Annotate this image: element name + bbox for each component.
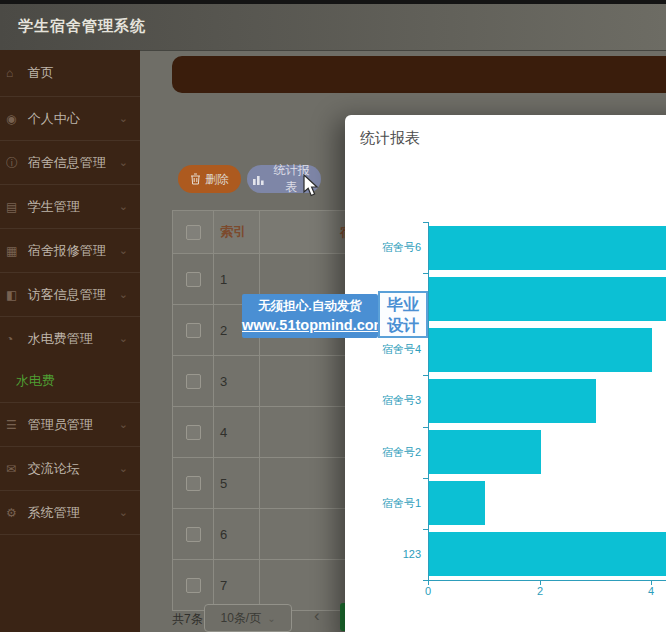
sidebar-item-admins[interactable]: ☰ 管理员管理 ⌄ [0,403,140,447]
row-index: 3 [214,356,260,406]
chart-bar[interactable] [429,481,485,525]
row-checkbox[interactable] [186,578,201,593]
row-checkbox[interactable] [186,374,201,389]
sidebar-item-label: 首页 [28,65,54,80]
sidebar-item-home[interactable]: ⌂ 首页 [0,50,140,97]
chart-row: 宿舍号2 [345,427,666,478]
sidebar-item-label: 学生管理 [28,199,80,214]
chart-bar[interactable] [429,328,652,372]
sidebar-subitem-utility-fee[interactable]: 水电费 [0,360,140,403]
gear-icon: ⚙ [6,492,22,535]
axis-tick [423,478,428,479]
watermark-badge: 毕业 设计 [378,291,428,338]
watermark-banner: 无须担心.自动发货 www.51topmind.com [242,294,378,338]
axis-tick [423,375,428,376]
row-checkbox[interactable] [186,425,201,440]
sidebar-item-utilities[interactable]: ◔ 水电费管理 ⌄ [0,317,140,360]
app-title: 学生宿舍管理系统 [18,17,146,36]
chart-category-label: 宿舍号2 [345,427,421,478]
chevron-down-icon: ⌄ [119,97,128,140]
axis-tick [423,222,428,223]
bar-chart-icon [253,174,264,185]
chart-row: 宿舍号3 [345,375,666,426]
forum-icon: ✉ [6,448,22,491]
mouse-cursor-icon [303,174,321,202]
info-icon: ⓘ [6,142,22,185]
chart-category-label: 宿舍号6 [345,222,421,273]
chevron-down-icon: ⌄ [267,613,275,624]
row-index: 4 [214,407,260,457]
x-tick-label: 2 [530,585,550,597]
repair-icon: ▦ [6,230,22,273]
sidebar-item-label: 交流论坛 [28,461,80,476]
home-icon: ⌂ [6,50,22,96]
bar-chart: 宿舍号6 宿舍号5 宿舍号4 宿舍号3 宿舍号2 宿舍号1 123 [345,222,666,580]
sidebar-item-forum[interactable]: ✉ 交流论坛 ⌄ [0,447,140,491]
admin-icon: ☰ [6,404,22,447]
badge-line2: 设计 [380,315,426,336]
axis-tick [423,427,428,428]
app-root: 学生宿舍管理系统 ⌂ 首页 ◉ 个人中心 ⌄ ⓘ 宿舍信息管理 ⌄ ▤ 学生管理… [0,0,666,632]
sidebar-item-personal-center[interactable]: ◉ 个人中心 ⌄ [0,97,140,141]
chart-category-label: 123 [345,529,421,580]
app-header: 学生宿舍管理系统 [0,4,666,51]
chart-bar[interactable] [429,277,666,321]
row-index: 7 [214,560,260,610]
chevron-down-icon: ⌄ [119,273,128,316]
badge-line1: 毕业 [380,294,426,315]
user-icon: ◉ [6,98,22,141]
chevron-down-icon: ⌄ [119,185,128,228]
column-header-index: 索引 [214,211,260,253]
select-all-checkbox[interactable] [186,225,201,240]
sidebar-item-label: 系统管理 [28,505,80,520]
sidebar-item-dorm-info[interactable]: ⓘ 宿舍信息管理 ⌄ [0,141,140,185]
chart-row: 123 [345,529,666,580]
chevron-down-icon: ⌄ [119,403,128,446]
chart-row: 宿舍号1 [345,478,666,529]
students-icon: ▤ [6,186,22,229]
delete-button[interactable]: 删除 [178,165,241,193]
sidebar: ⌂ 首页 ◉ 个人中心 ⌄ ⓘ 宿舍信息管理 ⌄ ▤ 学生管理 ⌄ ▦ 宿舍报修… [0,50,140,632]
sidebar-item-label: 访客信息管理 [28,287,106,302]
chart-bar[interactable] [429,532,666,576]
x-tick-label: 4 [641,585,661,597]
page-size-select[interactable]: 10条/页 ⌄ [204,604,292,632]
axis-tick [423,273,428,274]
utility-icon: ◔ [6,318,22,361]
pagination-total: 共7条 [172,611,203,628]
row-index: 5 [214,458,260,508]
chart-category-label: 宿舍号1 [345,478,421,529]
sidebar-item-visitors[interactable]: ◧ 访客信息管理 ⌄ [0,273,140,317]
chart-x-axis [428,580,666,581]
row-checkbox[interactable] [186,323,201,338]
sidebar-item-label: 管理员管理 [28,417,93,432]
chevron-down-icon: ⌄ [119,491,128,534]
row-index: 6 [214,509,260,559]
sidebar-item-repair[interactable]: ▦ 宿舍报修管理 ⌄ [0,229,140,273]
chart-bar[interactable] [429,226,666,270]
modal-title: 统计报表 [360,129,420,148]
sidebar-item-label: 宿舍报修管理 [28,243,106,258]
chevron-down-icon: ⌄ [119,141,128,184]
chart-row: 宿舍号6 [345,222,666,273]
sidebar-item-system[interactable]: ⚙ 系统管理 ⌄ [0,491,140,535]
row-checkbox[interactable] [186,527,201,542]
row-checkbox[interactable] [186,476,201,491]
chevron-down-icon: ⌄ [119,317,128,360]
x-tick-label: 0 [418,585,438,597]
watermark-url: www.51topmind.com [242,316,378,335]
chart-bar[interactable] [429,430,541,474]
chart-bar[interactable] [429,379,596,423]
trash-icon [190,173,201,185]
chevron-down-icon: ⌄ [119,229,128,272]
sidebar-item-label: 个人中心 [28,111,80,126]
pagination-prev-button[interactable]: ‹ [314,606,320,626]
sidebar-item-students[interactable]: ▤ 学生管理 ⌄ [0,185,140,229]
visitor-icon: ◧ [6,274,22,317]
chart-category-label: 宿舍号3 [345,375,421,426]
sidebar-item-label: 水电费管理 [28,331,93,346]
row-checkbox[interactable] [186,272,201,287]
sidebar-item-label: 宿舍信息管理 [28,155,106,170]
content-header-bar [172,56,666,93]
axis-tick [423,529,428,530]
